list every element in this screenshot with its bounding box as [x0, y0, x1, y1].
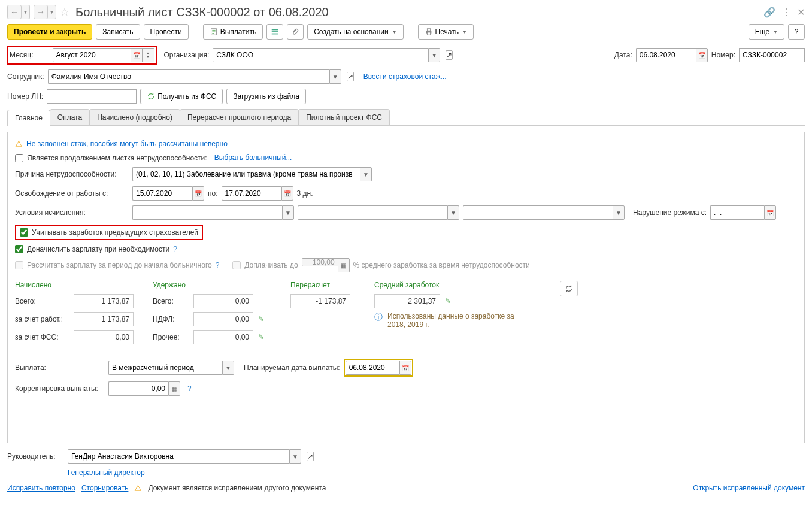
calendar-icon[interactable]: 📅: [131, 48, 143, 62]
doc-info-text: Документ является исправлением другого д…: [148, 484, 326, 492]
chevron-down-icon[interactable]: ▼: [289, 449, 301, 464]
calc-cond-1[interactable]: [132, 205, 282, 220]
nav-forward-dropdown[interactable]: ▼: [48, 5, 56, 19]
pencil-icon[interactable]: ✎: [258, 315, 264, 323]
recalc-value: -1 173,87: [290, 294, 350, 308]
chevron-down-icon[interactable]: ▼: [613, 205, 625, 220]
help-icon[interactable]: ?: [173, 245, 177, 253]
create-based-button[interactable]: Создать на основании▼: [307, 24, 403, 40]
reason-input[interactable]: [132, 167, 360, 181]
tab-recalc[interactable]: Перерасчет прошлого периода: [180, 109, 299, 125]
select-sick-link[interactable]: Выбрать больничный...: [214, 153, 292, 162]
employee-input[interactable]: [48, 69, 329, 84]
calendar-icon[interactable]: 📅: [281, 186, 293, 201]
date-input[interactable]: [636, 48, 696, 62]
paperclip-icon: [291, 28, 299, 36]
withheld-ndfl: 0,00: [193, 312, 253, 326]
violation-date-input[interactable]: [710, 205, 764, 220]
load-from-file-button[interactable]: Загрузить из файла: [226, 89, 306, 104]
svg-rect-5: [427, 29, 430, 31]
pay-up-suffix: % среднего заработка за время нетрудоспо…: [353, 261, 530, 269]
fix-again-link[interactable]: Исправить повторно: [7, 484, 75, 492]
ln-number-input[interactable]: [47, 89, 137, 104]
post-button[interactable]: Провести: [144, 24, 189, 40]
month-input[interactable]: [53, 48, 131, 62]
help-button[interactable]: ?: [788, 24, 805, 40]
tab-pilot-fss[interactable]: Пилотный проект ФСС: [298, 109, 390, 125]
pencil-icon[interactable]: ✎: [445, 297, 451, 305]
calc-salary-checkbox: [15, 261, 23, 269]
number-input[interactable]: [739, 48, 805, 62]
list-icon: [271, 28, 279, 36]
head-position-link[interactable]: Генеральный директор: [68, 468, 145, 477]
help-icon[interactable]: ?: [216, 261, 220, 269]
calendar-icon[interactable]: 📅: [192, 186, 204, 201]
calendar-icon[interactable]: 📅: [399, 361, 411, 375]
correction-input[interactable]: [108, 381, 168, 396]
tab-payment[interactable]: Оплата: [50, 109, 90, 125]
date-to-input[interactable]: [222, 186, 281, 201]
save-button[interactable]: Записать: [96, 24, 140, 40]
calc-cond-2[interactable]: [298, 205, 447, 220]
tab-main[interactable]: Главное: [7, 110, 50, 126]
open-employee-button[interactable]: ↗: [347, 72, 354, 81]
chevron-down-icon[interactable]: ▼: [222, 361, 234, 375]
nav-back-dropdown[interactable]: ▼: [22, 5, 30, 19]
attachment-button[interactable]: [287, 24, 304, 40]
exempt-from-label: Освобождение от работы с:: [15, 189, 129, 198]
get-from-fss-button[interactable]: Получить из ФСС: [140, 89, 223, 104]
warning-icon: ⚠: [134, 483, 142, 493]
avg-earn-header: Средний заработок: [374, 281, 542, 289]
continuation-checkbox[interactable]: [15, 154, 23, 162]
open-org-button[interactable]: ↗: [446, 50, 453, 60]
print-button[interactable]: Печать▼: [418, 24, 474, 40]
nav-back-button[interactable]: ←: [7, 5, 22, 19]
add-salary-checkbox[interactable]: [15, 245, 23, 253]
chevron-down-icon[interactable]: ▼: [360, 167, 372, 181]
chevron-down-icon: ▼: [392, 29, 397, 35]
chevron-down-icon[interactable]: ▼: [282, 205, 294, 220]
pay-up-checkbox: [232, 261, 241, 269]
planned-date-label: Планируемая дата выплаты:: [244, 364, 340, 372]
menu-dots-icon[interactable]: ⋮: [781, 7, 791, 18]
svg-rect-6: [427, 32, 430, 35]
tab-accrued[interactable]: Начислено (подробно): [89, 109, 180, 125]
earn-info-text: Использованы данные о заработке за 2018,…: [387, 312, 519, 329]
accrued-header: Начислено: [15, 281, 135, 289]
reverse-link[interactable]: Сторнировать: [81, 484, 128, 492]
svg-rect-1: [272, 29, 278, 31]
pay-button[interactable]: Выплатить: [203, 24, 263, 40]
link-icon[interactable]: 🔗: [763, 7, 775, 18]
calc-salary-label: Рассчитать зарплату за период до начала …: [27, 261, 212, 269]
close-icon[interactable]: ✕: [797, 7, 805, 18]
post-and-close-button[interactable]: Провести и закрыть: [7, 24, 92, 40]
svg-rect-2: [272, 31, 278, 32]
warning-link[interactable]: Не заполнен стаж, пособия могут быть рас…: [26, 140, 228, 148]
open-head-button[interactable]: ↗: [307, 452, 314, 461]
calc-conditions-label: Условия исчисления:: [15, 208, 129, 217]
month-spinner[interactable]: ▲▼: [143, 48, 154, 62]
pencil-icon[interactable]: ✎: [258, 333, 264, 341]
chevron-down-icon[interactable]: ▼: [447, 205, 459, 220]
organization-input[interactable]: [213, 48, 428, 62]
structure-button[interactable]: [266, 24, 283, 40]
insurance-link[interactable]: Ввести страховой стаж...: [363, 72, 447, 81]
chevron-down-icon[interactable]: ▼: [329, 69, 341, 84]
calendar-icon[interactable]: 📅: [696, 48, 708, 62]
open-corrected-link[interactable]: Открыть исправленный документ: [693, 483, 805, 493]
calculator-icon[interactable]: ▦: [168, 381, 180, 396]
prev-insurers-checkbox[interactable]: [20, 228, 28, 237]
favorite-star-icon[interactable]: ☆: [60, 5, 69, 19]
planned-date-input[interactable]: [346, 361, 399, 375]
calendar-icon[interactable]: 📅: [764, 205, 776, 220]
calc-cond-3[interactable]: [463, 205, 613, 220]
date-label: Дата:: [614, 51, 632, 59]
chevron-down-icon[interactable]: ▼: [428, 48, 440, 62]
refresh-button[interactable]: [560, 281, 578, 296]
payment-period-input[interactable]: [108, 361, 222, 375]
more-button[interactable]: Еще▼: [749, 24, 784, 40]
nav-forward-button[interactable]: →: [34, 5, 48, 19]
date-from-input[interactable]: [132, 186, 192, 201]
head-input[interactable]: [68, 449, 289, 464]
help-icon[interactable]: ?: [187, 384, 192, 393]
